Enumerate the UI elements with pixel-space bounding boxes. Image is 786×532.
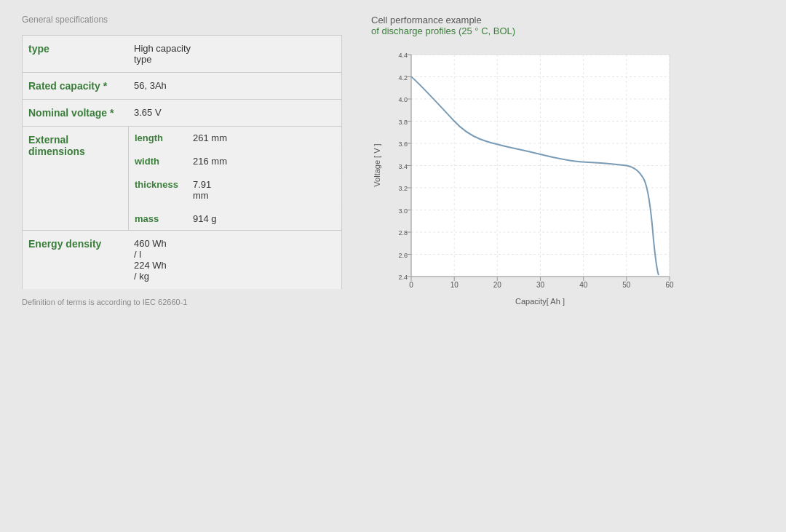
svg-text:3.0: 3.0 [398, 207, 408, 215]
specs-table: type High capacitytype Rated capacity * … [22, 35, 342, 289]
value-width: 216 mm [193, 156, 336, 167]
label-rated-capacity: Rated capacity * [23, 73, 128, 99]
svg-text:10: 10 [450, 281, 459, 289]
row-type: type High capacitytype [23, 36, 341, 73]
label-thickness: thickness [135, 179, 193, 201]
svg-text:Capacity[ Ah ]: Capacity[ Ah ] [515, 297, 565, 306]
svg-text:2.6: 2.6 [398, 252, 408, 259]
row-external-dimensions: External dimensions length 261 mm width … [23, 127, 341, 231]
svg-text:4.0: 4.0 [398, 96, 408, 103]
label-type: type [23, 36, 128, 72]
label-external-dimensions: External dimensions [23, 127, 128, 230]
svg-text:3.8: 3.8 [398, 119, 408, 126]
value-rated-capacity: 56, 3Ah [128, 73, 341, 99]
svg-text:3.6: 3.6 [398, 140, 408, 148]
value-type: High capacitytype [128, 36, 341, 72]
row-energy-density: Energy density 460 Wh/ l224 Wh/ kg [23, 231, 341, 289]
dim-row-length: length 261 mm [129, 127, 341, 150]
label-energy-density: Energy density [23, 231, 128, 289]
dim-row-width: width 216 mm [129, 150, 341, 173]
left-panel: General specifications type High capacit… [22, 15, 342, 517]
row-nominal-voltage: Nominal voltage * 3.65 V [23, 100, 341, 127]
label-nominal-voltage: Nominal voltage * [23, 100, 128, 126]
svg-text:3.2: 3.2 [398, 185, 408, 192]
value-mass: 914 g [193, 213, 336, 224]
chart-title-line1: Cell performance example [371, 15, 764, 25]
svg-text:40: 40 [579, 281, 588, 289]
value-length: 261 mm [193, 132, 336, 143]
chart-title-line2: of discharge profiles (25 ° C, BOL) [371, 25, 764, 36]
section-title: General specifications [22, 15, 342, 25]
dimensions-sub-table: length 261 mm width 216 mm thickness 7.9… [128, 127, 341, 230]
chart-container: 0 10 20 30 40 50 60 4.4 4.2 4.0 3.8 3.6 … [371, 44, 684, 313]
svg-text:60: 60 [665, 281, 674, 289]
chart-title: Cell performance example of discharge pr… [371, 15, 764, 36]
svg-text:0: 0 [409, 281, 413, 289]
svg-text:30: 30 [536, 281, 545, 289]
value-nominal-voltage: 3.65 V [128, 100, 341, 126]
row-rated-capacity: Rated capacity * 56, 3Ah [23, 73, 341, 100]
label-mass: mass [135, 213, 193, 224]
svg-text:20: 20 [493, 281, 502, 289]
svg-text:50: 50 [622, 281, 631, 289]
footnote: Definition of terms is according to IEC … [22, 298, 226, 306]
page-container: General specifications type High capacit… [0, 0, 786, 532]
svg-text:2.8: 2.8 [398, 229, 408, 237]
label-length: length [135, 132, 193, 143]
svg-text:2.4: 2.4 [398, 274, 408, 281]
svg-text:4.4: 4.4 [398, 52, 408, 59]
label-width: width [135, 156, 193, 167]
svg-text:3.4: 3.4 [398, 163, 408, 170]
svg-text:4.2: 4.2 [398, 74, 408, 82]
dim-row-thickness: thickness 7.91mm [129, 173, 341, 207]
right-panel: Cell performance example of discharge pr… [371, 15, 764, 517]
dim-row-mass: mass 914 g [129, 207, 341, 230]
value-thickness: 7.91mm [193, 179, 336, 201]
chart-svg: 0 10 20 30 40 50 60 4.4 4.2 4.0 3.8 3.6 … [371, 44, 684, 313]
svg-text:Voltage [ V ]: Voltage [ V ] [373, 143, 381, 186]
value-energy-density: 460 Wh/ l224 Wh/ kg [128, 231, 341, 289]
